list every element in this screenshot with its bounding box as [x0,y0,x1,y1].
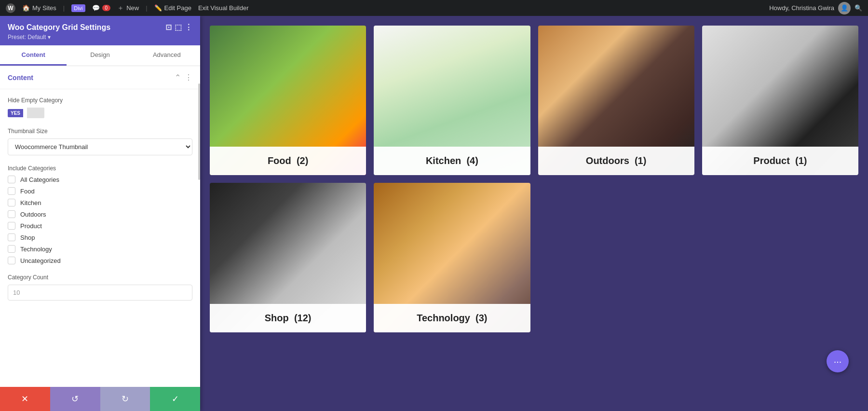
divi-menu[interactable]: Divi [71,4,85,12]
card-shop[interactable]: Shop (12) [210,183,366,332]
cat-item-all[interactable]: All Categories [8,176,192,183]
comments-menu[interactable]: 💬 0 [92,4,111,12]
category-count-label: Category Count [8,274,192,281]
scroll-handle [198,83,200,180]
cat-label-uncategorized: Uncategorized [20,257,61,264]
admin-bar: W 🏠 My Sites | Divi 💬 0 ＋ New | ✏️ Edit … [0,0,868,16]
technology-label: Technology (3) [374,304,530,332]
cat-item-technology[interactable]: Technology [8,245,192,253]
my-sites-menu[interactable]: 🏠 My Sites [22,4,56,12]
food-label: Food (2) [210,147,366,175]
panel-body: Content ⌃ ⋮ Hide Empty Category YES [0,66,200,387]
content-section-body: Hide Empty Category YES Thumbnail Size W… [0,89,200,318]
pencil-icon: ✏️ [154,4,162,12]
toggle-no[interactable] [27,108,44,118]
cat-item-uncategorized[interactable]: Uncategorized [8,257,192,264]
cat-item-food[interactable]: Food [8,187,192,195]
cat-label-outdoors: Outdoors [20,211,46,218]
maximize-icon[interactable]: ⬚ [175,23,182,32]
cat-checkbox-all[interactable] [8,176,15,183]
panel-title: Woo Category Grid Settings [8,23,110,32]
new-menu[interactable]: ＋ New [117,4,139,13]
thumbnail-size-select[interactable]: Woocommerce Thumbnail [8,138,192,155]
redo-button[interactable]: ↻ [100,387,150,411]
include-categories-setting: Include Categories All Categories Food [8,165,192,264]
thumbnail-size-setting: Thumbnail Size Woocommerce Thumbnail [8,128,192,155]
save-button[interactable]: ✓ [150,387,200,411]
category-count-input[interactable]: 10 [8,285,192,301]
home-icon: 🏠 [22,4,30,12]
toggle-yes[interactable]: YES [8,109,23,117]
card-technology[interactable]: Technology (3) [374,183,530,332]
cat-label-kitchen: Kitchen [20,199,41,206]
cat-item-outdoors[interactable]: Outdoors [8,210,192,218]
content-section-title: Content [8,74,175,82]
main-container: Woo Category Grid Settings ⊡ ⬚ ⋮ Preset:… [0,16,868,411]
delete-button[interactable]: ✕ [0,387,50,411]
tabs: Content Design Advanced [0,45,200,66]
cat-item-shop[interactable]: Shop [8,233,192,241]
card-outdoors[interactable]: Outdoors (1) [538,26,694,175]
cat-label-product: Product [20,222,42,230]
howdy-text: Howdy, Christina Gwira [769,4,834,12]
tab-content[interactable]: Content [0,45,67,66]
cat-label-shop: Shop [20,234,35,241]
comment-icon: 💬 [92,4,100,12]
edit-page-button[interactable]: ✏️ Edit Page [154,4,191,12]
x-icon: ✕ [21,394,28,404]
cat-checkbox-uncategorized[interactable] [8,257,15,264]
cat-checkbox-technology[interactable] [8,245,15,253]
outdoors-label: Outdoors (1) [538,147,694,175]
card-kitchen[interactable]: Kitchen (4) [374,26,530,175]
preview-area: Food (2) Kitchen (4) Outdoors (1) Produc… [200,16,868,411]
exit-builder-button[interactable]: Exit Visual Builder [198,4,249,12]
cat-checkbox-food[interactable] [8,187,15,195]
card-food[interactable]: Food (2) [210,26,366,175]
cat-item-kitchen[interactable]: Kitchen [8,199,192,206]
settings-panel: Woo Category Grid Settings ⊡ ⬚ ⋮ Preset:… [0,16,200,411]
collapse-icon[interactable]: ⌃ [175,73,181,82]
hide-empty-toggle[interactable]: YES [8,108,192,118]
cat-checkbox-product[interactable] [8,222,15,230]
panel-header: Woo Category Grid Settings ⊡ ⬚ ⋮ Preset:… [0,16,200,45]
hide-empty-label: Hide Empty Category [8,97,192,104]
redo-icon: ↻ [122,394,129,404]
minimize-icon[interactable]: ⊡ [165,23,172,32]
tab-advanced[interactable]: Advanced [134,45,200,66]
category-list: All Categories Food Kitchen Outdoor [8,176,192,264]
undo-icon: ↺ [71,394,79,404]
cat-item-product[interactable]: Product [8,222,192,230]
cat-checkbox-kitchen[interactable] [8,199,15,206]
thumbnail-size-label: Thumbnail Size [8,128,192,135]
card-product[interactable]: Product (1) [702,26,858,175]
fab-button[interactable]: ··· [827,350,849,372]
cat-label-food: Food [20,188,35,195]
undo-button[interactable]: ↺ [50,387,100,411]
cat-label-all: All Categories [20,176,59,183]
include-categories-label: Include Categories [8,165,192,172]
preset-selector[interactable]: Preset: Default ▾ [8,34,192,41]
cat-checkbox-shop[interactable] [8,233,15,241]
search-icon[interactable]: 🔍 [854,4,862,12]
cat-label-technology: Technology [20,246,52,253]
kitchen-label: Kitchen (4) [374,147,530,175]
section-more-icon[interactable]: ⋮ [185,73,192,82]
plus-icon: ＋ [117,4,124,13]
check-icon: ✓ [172,394,179,404]
more-icon[interactable]: ⋮ [185,23,192,32]
wordpress-icon[interactable]: W [6,3,15,13]
cat-checkbox-outdoors[interactable] [8,210,15,218]
category-count-setting: Category Count 10 [8,274,192,301]
avatar[interactable]: 👤 [838,2,851,14]
bottom-toolbar: ✕ ↺ ↻ ✓ [0,387,200,411]
shop-label: Shop (12) [210,304,366,332]
product-label: Product (1) [702,147,858,175]
content-section-header[interactable]: Content ⌃ ⋮ [0,66,200,89]
hide-empty-setting: Hide Empty Category YES [8,97,192,118]
fab-dots-icon: ··· [834,356,842,367]
tab-design[interactable]: Design [67,45,133,66]
